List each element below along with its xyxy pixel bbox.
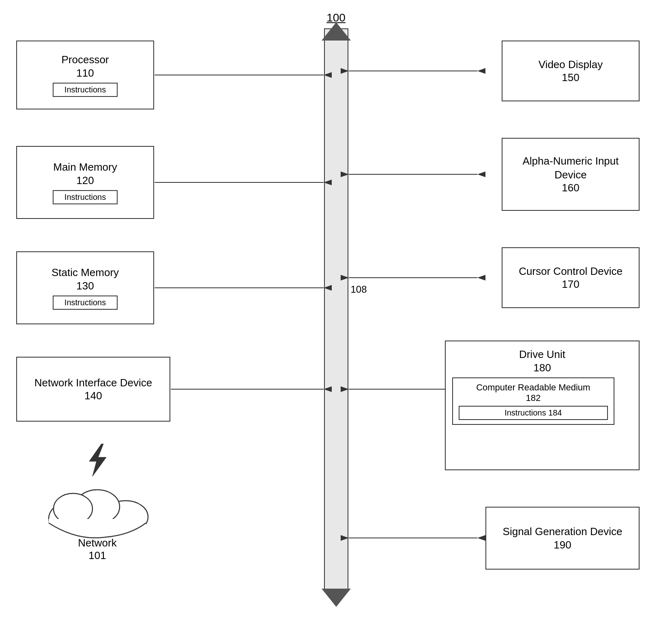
signal-generation-number: 190	[554, 539, 571, 551]
alpha-numeric-box: Alpha-Numeric Input Device 160	[502, 138, 640, 211]
network-interface-number: 140	[84, 390, 102, 402]
static-memory-instructions: Instructions	[53, 296, 118, 310]
video-display-box: Video Display 150	[502, 41, 640, 101]
network-interface-title: Network Interface Device	[34, 376, 152, 390]
main-memory-number: 120	[76, 174, 94, 187]
processor-box: Processor 110 Instructions	[16, 41, 154, 109]
drive-unit-number: 180	[452, 362, 632, 374]
video-display-title: Video Display	[539, 58, 603, 72]
lightning-icon	[81, 442, 114, 478]
svg-marker-13	[89, 444, 106, 476]
network-number: 101	[88, 549, 106, 562]
signal-generation-title: Signal Generation Device	[503, 525, 623, 539]
alpha-numeric-title: Alpha-Numeric Input Device	[507, 154, 634, 182]
drive-unit-box: Drive Unit 180 Computer Readable Medium …	[445, 341, 640, 470]
cursor-control-box: Cursor Control Device 170	[502, 247, 640, 308]
video-display-number: 150	[562, 71, 579, 84]
diagram-container: 100 108	[0, 0, 672, 632]
bus-number-label: 108	[351, 284, 367, 295]
network-interface-box: Network Interface Device 140	[16, 357, 170, 422]
processor-instructions: Instructions	[53, 83, 118, 97]
main-memory-box: Main Memory 120 Instructions	[16, 146, 154, 219]
cursor-control-number: 170	[562, 278, 579, 291]
crm-number: 182	[459, 393, 608, 403]
crm-title: Computer Readable Medium	[459, 382, 608, 393]
main-memory-title: Main Memory	[53, 161, 117, 174]
crm-instructions: Instructions 184	[459, 406, 608, 420]
processor-number: 110	[76, 67, 94, 79]
bus-arrow-top-icon	[322, 22, 351, 41]
network-cloud-icon	[41, 478, 154, 543]
processor-title: Processor	[61, 53, 109, 67]
signal-generation-box: Signal Generation Device 190	[485, 507, 640, 570]
main-memory-instructions: Instructions	[53, 190, 118, 204]
network-area: Network 101	[24, 442, 170, 572]
central-bus	[324, 28, 348, 592]
bus-arrow-bottom-icon	[322, 589, 351, 607]
network-title: Network	[78, 537, 116, 549]
static-memory-number: 130	[76, 280, 94, 292]
cursor-control-title: Cursor Control Device	[519, 265, 623, 279]
alpha-numeric-number: 160	[562, 182, 579, 194]
crm-box: Computer Readable Medium 182 Instruction…	[452, 377, 614, 425]
static-memory-box: Static Memory 130 Instructions	[16, 251, 154, 324]
static-memory-title: Static Memory	[52, 266, 119, 280]
drive-unit-title: Drive Unit	[452, 348, 632, 362]
